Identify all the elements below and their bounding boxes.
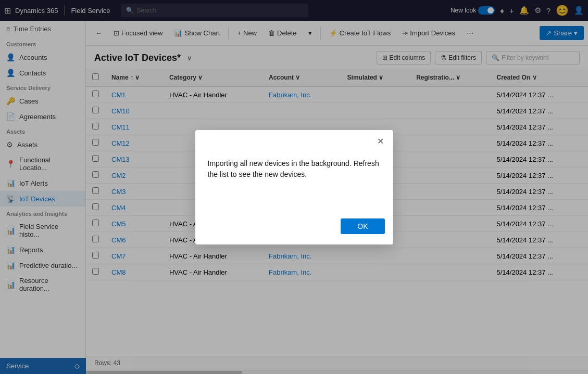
modal-ok-button[interactable]: OK bbox=[341, 218, 384, 234]
modal-close-button[interactable]: ✕ bbox=[374, 135, 387, 148]
modal-ok-label: OK bbox=[357, 222, 368, 230]
modal-header: ✕ bbox=[195, 130, 393, 150]
modal-footer: OK bbox=[195, 212, 393, 244]
import-dialog: ✕ Importing all new devices in the backg… bbox=[195, 130, 393, 244]
modal-overlay: ✕ Importing all new devices in the backg… bbox=[0, 0, 588, 374]
modal-body: Importing all new devices in the backgro… bbox=[195, 150, 393, 212]
modal-message: Importing all new devices in the backgro… bbox=[208, 159, 379, 178]
close-icon: ✕ bbox=[377, 136, 384, 146]
